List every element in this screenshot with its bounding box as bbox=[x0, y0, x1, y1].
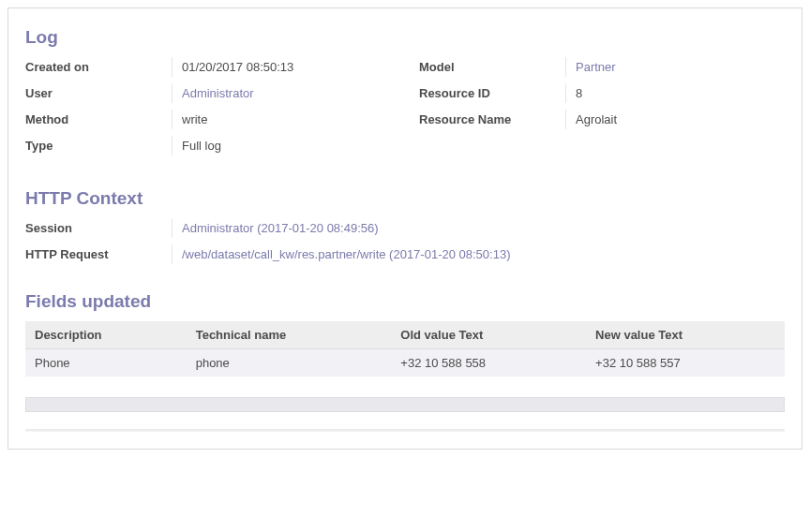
label-model: Model bbox=[419, 57, 565, 74]
footer-bar bbox=[25, 397, 785, 412]
section-title-http-context: HTTP Context bbox=[25, 188, 785, 209]
label-http-request: HTTP Request bbox=[25, 244, 172, 261]
field-resource-id: Resource ID 8 bbox=[419, 83, 785, 104]
label-created-on: Created on bbox=[25, 57, 172, 74]
log-col-right: Model Partner Resource ID 8 Resource Nam… bbox=[419, 57, 785, 162]
label-method: Method bbox=[25, 110, 172, 126]
field-created-on: Created on 01/20/2017 08:50:13 bbox=[25, 57, 391, 78]
table-row[interactable]: Phone phone +32 10 588 558 +32 10 588 55… bbox=[25, 349, 785, 377]
label-session: Session bbox=[25, 218, 172, 235]
field-user: User Administrator bbox=[25, 83, 391, 104]
field-method: Method write bbox=[25, 110, 391, 130]
session-link[interactable]: Administrator (2017-01-20 08:49:56) bbox=[182, 221, 379, 235]
section-title-log: Log bbox=[25, 27, 785, 48]
col-technical-name[interactable]: Technical name bbox=[187, 321, 392, 349]
http-context-fields: Session Administrator (2017-01-20 08:49:… bbox=[25, 218, 785, 265]
field-model: Model Partner bbox=[419, 57, 785, 78]
col-new-value-text[interactable]: New value Text bbox=[586, 321, 785, 349]
separator bbox=[25, 429, 785, 432]
label-user: User bbox=[25, 83, 172, 100]
field-session: Session Administrator (2017-01-20 08:49:… bbox=[25, 218, 785, 239]
model-link[interactable]: Partner bbox=[576, 60, 616, 74]
cell-new-value-text: +32 10 588 557 bbox=[586, 349, 785, 377]
label-resource-name: Resource Name bbox=[419, 110, 565, 126]
value-model: Partner bbox=[565, 57, 785, 77]
log-fields: Created on 01/20/2017 08:50:13 User Admi… bbox=[25, 57, 785, 162]
value-session: Administrator (2017-01-20 08:49:56) bbox=[172, 218, 785, 238]
fields-updated-table: Description Technical name Old value Tex… bbox=[25, 321, 785, 377]
label-resource-id: Resource ID bbox=[419, 83, 565, 100]
cell-technical-name: phone bbox=[187, 349, 392, 377]
field-type: Type Full log bbox=[25, 136, 391, 156]
field-resource-name: Resource Name Agrolait bbox=[419, 110, 785, 130]
value-method: write bbox=[172, 110, 391, 129]
form-view: Log Created on 01/20/2017 08:50:13 User … bbox=[8, 7, 802, 450]
value-type: Full log bbox=[172, 136, 391, 155]
label-type: Type bbox=[25, 136, 172, 153]
log-col-left: Created on 01/20/2017 08:50:13 User Admi… bbox=[25, 57, 391, 162]
col-description[interactable]: Description bbox=[25, 321, 187, 349]
value-resource-name: Agrolait bbox=[565, 110, 785, 129]
value-created-on: 01/20/2017 08:50:13 bbox=[172, 57, 391, 77]
table-header-row: Description Technical name Old value Tex… bbox=[25, 321, 785, 349]
user-link[interactable]: Administrator bbox=[182, 86, 254, 100]
cell-old-value-text: +32 10 588 558 bbox=[391, 349, 586, 377]
value-user: Administrator bbox=[172, 83, 391, 103]
col-old-value-text[interactable]: Old value Text bbox=[391, 321, 586, 349]
http-request-link[interactable]: /web/dataset/call_kw/res.partner/write (… bbox=[182, 247, 510, 261]
section-title-fields-updated: Fields updated bbox=[25, 291, 785, 312]
value-resource-id: 8 bbox=[565, 83, 785, 103]
field-http-request: HTTP Request /web/dataset/call_kw/res.pa… bbox=[25, 244, 785, 265]
cell-description: Phone bbox=[25, 349, 187, 377]
value-http-request: /web/dataset/call_kw/res.partner/write (… bbox=[172, 244, 785, 264]
